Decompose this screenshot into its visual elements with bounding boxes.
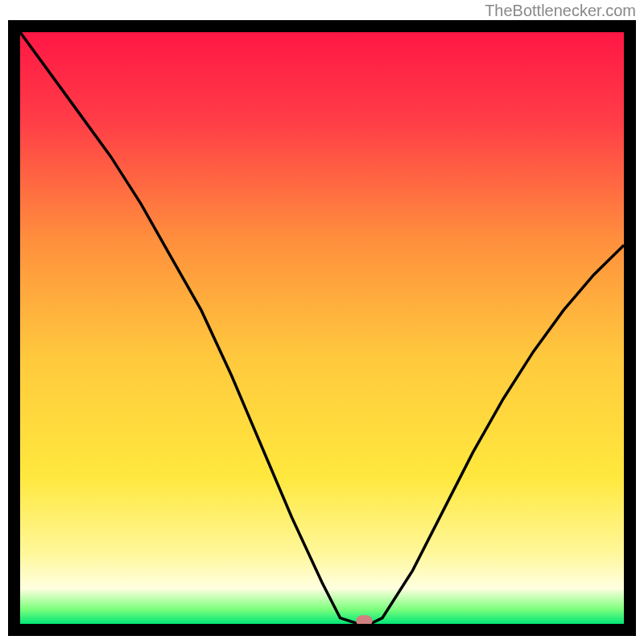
watermark-text: TheBottlenecker.com: [485, 2, 636, 20]
gradient-background: [20, 32, 624, 624]
plot-area: [20, 32, 624, 624]
chart-container: TheBottlenecker.com: [0, 0, 644, 644]
marker-pill: [357, 615, 373, 624]
chart-frame: [8, 20, 636, 636]
